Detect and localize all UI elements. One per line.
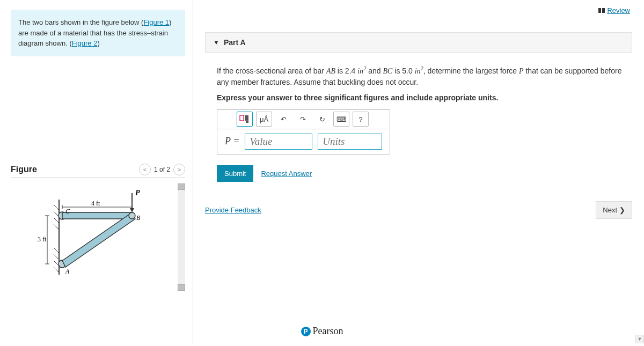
svg-line-3: [54, 218, 59, 223]
next-button[interactable]: Next ❯: [596, 201, 632, 219]
answer-lhs: P =: [217, 136, 245, 147]
label-3ft: 3 ft: [38, 235, 47, 243]
redo-button[interactable]: ↷: [295, 112, 311, 127]
pearson-text: Pearson: [313, 326, 343, 337]
svg-line-6: [54, 254, 59, 260]
page-scroll-down[interactable]: ▼: [635, 335, 644, 343]
figure-next-button[interactable]: >: [173, 164, 185, 175]
figure-scroll-up[interactable]: [178, 183, 185, 190]
figure-scroll-down[interactable]: [178, 284, 185, 291]
svg-marker-12: [62, 212, 135, 267]
svg-line-8: [54, 267, 59, 273]
value-input[interactable]: [245, 134, 312, 150]
caret-down-icon: ▼: [213, 39, 219, 46]
reset-button[interactable]: ↻: [314, 112, 330, 127]
next-label: Next: [603, 206, 617, 214]
svg-rect-24: [246, 121, 248, 123]
review-label: Review: [607, 6, 630, 14]
figure-title: Figure: [11, 165, 37, 174]
units-input[interactable]: [318, 134, 382, 150]
svg-point-13: [129, 212, 135, 219]
submit-button[interactable]: Submit: [217, 165, 253, 182]
footer-brand: P Pearson: [0, 326, 644, 337]
answer-instructions: Express your answer to three significant…: [217, 93, 627, 102]
label-B: B: [136, 214, 141, 222]
label-4ft: 4 ft: [91, 200, 100, 207]
keyboard-button[interactable]: ⌨: [333, 112, 349, 127]
part-a-header[interactable]: ▼ Part A: [205, 32, 632, 53]
svg-line-5: [54, 248, 59, 253]
templates-button[interactable]: [237, 112, 253, 127]
chevron-right-icon: ❯: [619, 206, 625, 214]
review-icon: [598, 8, 605, 13]
part-a-title: Part A: [224, 38, 246, 47]
answer-box: μÅ ↶ ↷ ↻ ⌨ ? P =: [217, 109, 390, 154]
figure-diagram: P 4 ft 3 ft C B A: [11, 183, 178, 287]
provide-feedback-link[interactable]: Provide Feedback: [205, 206, 261, 214]
svg-rect-23: [245, 115, 248, 121]
problem-text-3: ): [97, 39, 99, 47]
review-link[interactable]: Review: [598, 6, 630, 14]
label-P: P: [135, 189, 140, 197]
pearson-logo-icon: P: [301, 327, 311, 336]
problem-text-1: The two bars shown in the figure below (: [18, 18, 143, 26]
figure-prev-button[interactable]: <: [139, 164, 151, 175]
svg-line-1: [54, 205, 59, 210]
request-answer-link[interactable]: Request Answer: [261, 170, 312, 178]
svg-rect-11: [62, 212, 132, 219]
undo-button[interactable]: ↶: [275, 112, 291, 127]
help-button[interactable]: ?: [353, 112, 369, 127]
figure-2-link[interactable]: Figure 2: [72, 39, 98, 47]
svg-line-4: [54, 224, 59, 230]
figure-counter: 1 of 2: [154, 166, 170, 173]
special-chars-button[interactable]: μÅ: [256, 112, 272, 127]
svg-rect-22: [240, 115, 244, 121]
label-C: C: [65, 208, 70, 215]
label-A: A: [65, 268, 70, 275]
figure-1-link[interactable]: Figure 1: [143, 18, 169, 26]
problem-statement: The two bars shown in the figure below (…: [11, 10, 185, 56]
question-text: If the cross-sectional area of bar AB is…: [217, 64, 627, 88]
